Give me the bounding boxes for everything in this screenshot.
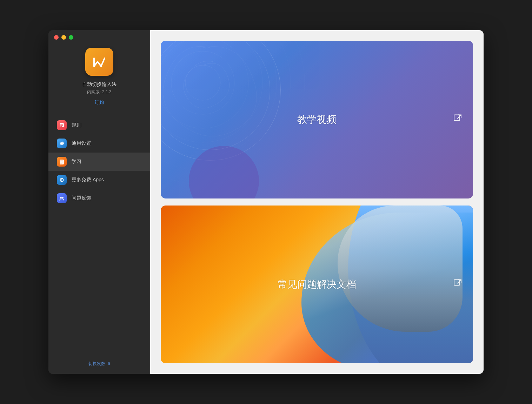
sidebar-item-feedback[interactable]: 问题反馈: [48, 189, 150, 207]
tutorial-label: 教学视频: [297, 113, 337, 126]
svg-rect-5: [60, 124, 63, 124]
svg-rect-6: [60, 125, 63, 126]
learn-label: 学习: [72, 159, 81, 165]
minimize-button[interactable]: [61, 35, 66, 40]
faq-label: 常见问题解决文档: [278, 278, 356, 291]
app-icon: [85, 48, 113, 76]
svg-point-17: [161, 41, 262, 142]
svg-rect-24: [454, 280, 460, 285]
rules-icon: [57, 120, 67, 130]
close-button[interactable]: [54, 35, 59, 40]
svg-point-16: [161, 41, 248, 128]
svg-rect-9: [60, 161, 63, 161]
svg-point-14: [185, 65, 220, 100]
svg-rect-11: [60, 163, 62, 163]
maximize-button[interactable]: [69, 35, 73, 40]
main-content: 教学视频 常见问题解决文档: [150, 30, 484, 374]
rules-label: 规则: [72, 122, 81, 128]
svg-point-18: [161, 41, 277, 156]
learn-icon: [57, 157, 67, 167]
faq-external-link-icon: [453, 278, 463, 291]
feedback-label: 问题反馈: [72, 195, 91, 201]
app-version: 内购版: 2.1.3: [87, 89, 111, 95]
apps-icon: [57, 175, 67, 185]
svg-rect-22: [454, 115, 460, 121]
svg-point-13: [62, 197, 64, 199]
apps-label: 更多免费 Apps: [72, 177, 104, 183]
svg-point-12: [60, 197, 62, 199]
sidebar-navigation: 规则 通用设置: [48, 116, 150, 207]
svg-line-2: [98, 62, 101, 66]
sidebar-item-learn[interactable]: 学习: [48, 153, 150, 171]
app-name: 自动切换输入法: [82, 81, 117, 88]
settings-icon: [57, 139, 67, 148]
svg-point-15: [171, 51, 234, 114]
titlebar: [48, 30, 150, 44]
tutorial-video-card[interactable]: 教学视频: [161, 41, 473, 198]
tutorial-external-link-icon: [453, 114, 463, 126]
feedback-icon: [57, 193, 67, 203]
purchase-link[interactable]: 订购: [95, 99, 104, 106]
app-window: 自动切换输入法 内购版: 2.1.3 订购 规则: [48, 30, 484, 374]
sidebar-item-apps[interactable]: 更多免费 Apps: [48, 171, 150, 189]
svg-rect-7: [60, 126, 62, 127]
sidebar: 自动切换输入法 内购版: 2.1.3 订购 规则: [48, 30, 150, 374]
settings-label: 通用设置: [72, 140, 91, 147]
faq-card[interactable]: 常见问题解决文档: [161, 206, 473, 363]
sidebar-item-rules[interactable]: 规则: [48, 116, 150, 134]
sidebar-item-settings[interactable]: 通用设置: [48, 134, 150, 153]
svg-rect-10: [60, 162, 63, 162]
switch-count: 切换次数: 6: [48, 361, 150, 367]
svg-line-3: [101, 58, 105, 66]
